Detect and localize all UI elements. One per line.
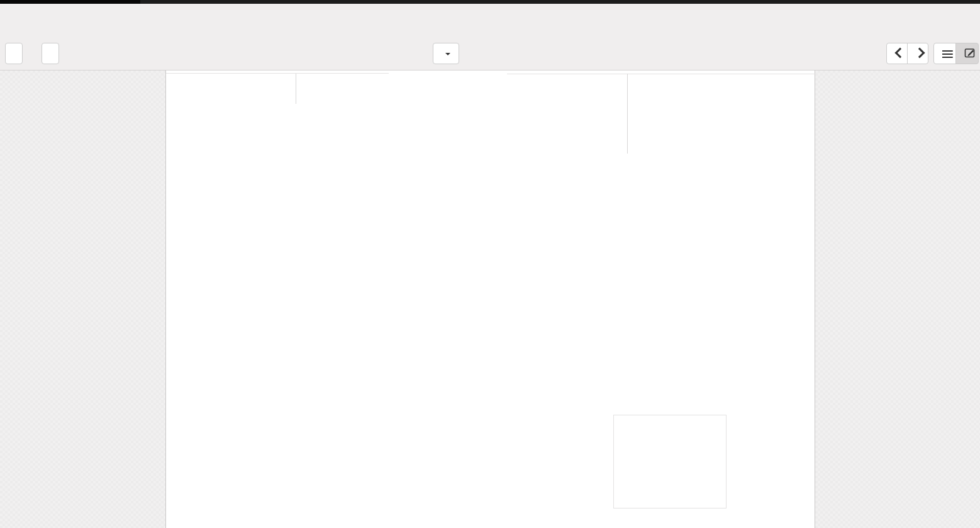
pager-previous-button[interactable]	[886, 43, 908, 64]
form-view-background	[0, 70, 980, 528]
divider	[627, 74, 628, 154]
chevron-down-icon	[445, 53, 450, 55]
chevron-right-icon	[915, 48, 925, 59]
control-panel	[0, 4, 980, 70]
breadcrumb-separator	[5, 14, 13, 29]
view-switcher	[933, 43, 979, 64]
divider	[296, 74, 296, 104]
breadcrumb	[5, 13, 13, 31]
create-button[interactable]	[42, 43, 59, 64]
form-view-button[interactable]	[955, 43, 979, 64]
pager-next-button[interactable]	[907, 43, 928, 64]
list-view-button[interactable]	[933, 43, 956, 64]
edit-button[interactable]	[5, 43, 23, 64]
action-dropdown-button[interactable]	[433, 43, 459, 64]
list-view-icon	[942, 50, 953, 59]
chart-legend	[613, 415, 727, 508]
chevron-left-icon	[894, 48, 905, 59]
form-view-icon	[964, 47, 976, 59]
divider	[507, 74, 815, 74]
pager-nav	[886, 43, 928, 64]
divider	[166, 73, 389, 74]
